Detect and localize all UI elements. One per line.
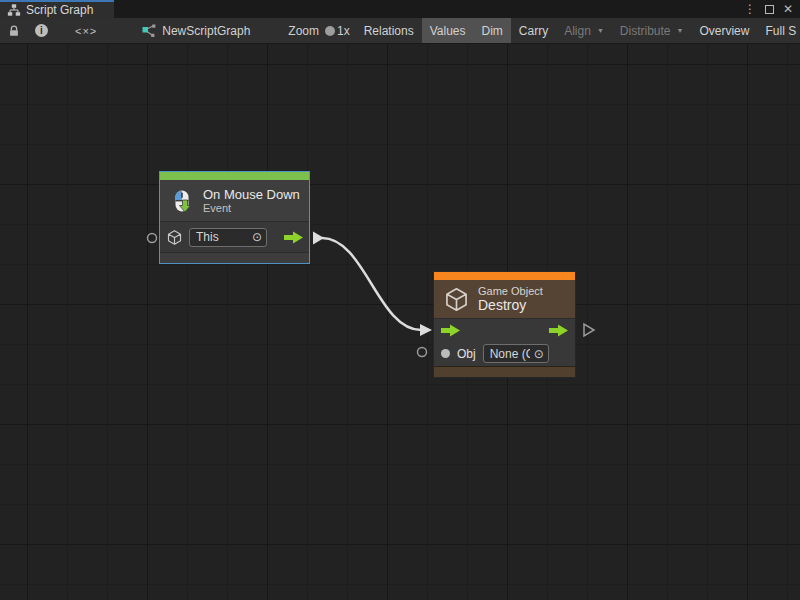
distribute-dropdown[interactable]: Distribute ▼ [612, 18, 692, 43]
node-title: On Mouse Down [203, 187, 300, 202]
target-value: This [196, 230, 219, 244]
node-destroy[interactable]: Game Object Destroy [433, 271, 576, 378]
distribute-label: Distribute [620, 24, 671, 38]
object-picker-icon[interactable]: ⊙ [252, 231, 262, 243]
graph-name: NewScriptGraph [162, 24, 250, 38]
node-footer [434, 366, 575, 377]
chevron-down-icon: ▼ [597, 27, 604, 34]
mouse-down-icon [169, 188, 195, 214]
graph-toolbar: i <×> NewScriptGraph Zoom 1x Rela [0, 18, 800, 44]
align-dropdown[interactable]: Align ▼ [556, 18, 612, 43]
values-label: Values [430, 24, 466, 38]
maximize-icon[interactable] [765, 5, 774, 14]
relations-label: Relations [364, 24, 414, 38]
graph-breadcrumb[interactable]: NewScriptGraph [134, 18, 258, 43]
tab-label: Script Graph [26, 3, 93, 17]
exec-wire[interactable] [322, 238, 421, 330]
node-header[interactable]: On Mouse Down Event [160, 180, 309, 221]
lock-button[interactable] [0, 18, 28, 43]
node-color-bar [434, 272, 575, 280]
zoom-slider-handle[interactable] [325, 26, 335, 36]
omd-exec-output-port[interactable] [313, 232, 324, 245]
target-value-field[interactable]: This ⊙ [189, 228, 267, 247]
graph-canvas[interactable]: On Mouse Down Event This ⊙ [0, 44, 800, 600]
node-body: Obj None (O ⊙ [434, 318, 575, 366]
chevron-down-icon: ▼ [677, 27, 684, 34]
obj-row: Obj None (O ⊙ [434, 341, 575, 366]
destroy-exec-output-port[interactable] [584, 324, 594, 336]
relations-button[interactable]: Relations [356, 18, 422, 43]
zoom-value: 1x [337, 24, 350, 38]
node-body: This ⊙ [160, 221, 309, 252]
node-title: Destroy [478, 298, 543, 313]
omd-target-input-port[interactable] [148, 234, 157, 243]
hierarchy-icon [7, 3, 21, 17]
script-graph-window: Script Graph ⋮ ✕ i <×> [0, 0, 800, 600]
node-titles: Game Object Destroy [478, 285, 543, 313]
exec-output-arrow-icon[interactable] [284, 231, 303, 244]
obj-value-field[interactable]: None (O ⊙ [483, 344, 549, 363]
align-label: Align [564, 24, 591, 38]
carry-label: Carry [519, 24, 548, 38]
dim-label: Dim [482, 24, 503, 38]
fullscreen-button[interactable]: Full S [757, 18, 800, 43]
tab-strip: Script Graph ⋮ ✕ [0, 0, 800, 18]
destroy-obj-input-port[interactable] [418, 348, 427, 357]
gameobject-cube-icon [166, 229, 183, 246]
obj-port-dot-icon[interactable] [441, 349, 450, 358]
fullscreen-label: Full S [765, 24, 796, 38]
window-menu-icon[interactable]: ⋮ [744, 2, 756, 16]
zoom-label: Zoom [280, 18, 327, 43]
object-picker-icon[interactable]: ⊙ [534, 348, 544, 360]
dim-button[interactable]: Dim [474, 18, 511, 43]
node-on-mouse-down[interactable]: On Mouse Down Event This ⊙ [159, 171, 310, 264]
exec-output-arrow-icon[interactable] [549, 324, 568, 337]
overview-label: Overview [699, 24, 749, 38]
code-preview-button[interactable]: <×> [55, 18, 117, 43]
exec-input-arrow-icon[interactable] [441, 324, 460, 337]
exec-row [434, 319, 575, 341]
graph-asset-icon [142, 24, 156, 38]
node-header[interactable]: Game Object Destroy [434, 280, 575, 318]
node-subtitle: Event [203, 202, 300, 215]
gameobject-cube-icon [443, 286, 470, 313]
info-icon: i [35, 24, 48, 37]
wire-arrowhead-icon [420, 324, 432, 336]
tab-script-graph[interactable]: Script Graph [0, 0, 114, 18]
window-controls: ⋮ ✕ [744, 0, 800, 18]
info-button[interactable]: i [28, 18, 55, 43]
node-color-bar [160, 172, 309, 180]
carry-button[interactable]: Carry [511, 18, 556, 43]
node-titles: On Mouse Down Event [203, 187, 300, 215]
node-footer [160, 252, 309, 263]
close-icon[interactable]: ✕ [783, 2, 793, 16]
wire-layer [0, 44, 800, 600]
overview-button[interactable]: Overview [691, 18, 757, 43]
values-button[interactable]: Values [422, 18, 474, 43]
lock-icon [7, 24, 21, 38]
obj-label: Obj [457, 347, 476, 361]
obj-value: None (O [490, 347, 530, 361]
code-icon: <×> [75, 25, 97, 37]
